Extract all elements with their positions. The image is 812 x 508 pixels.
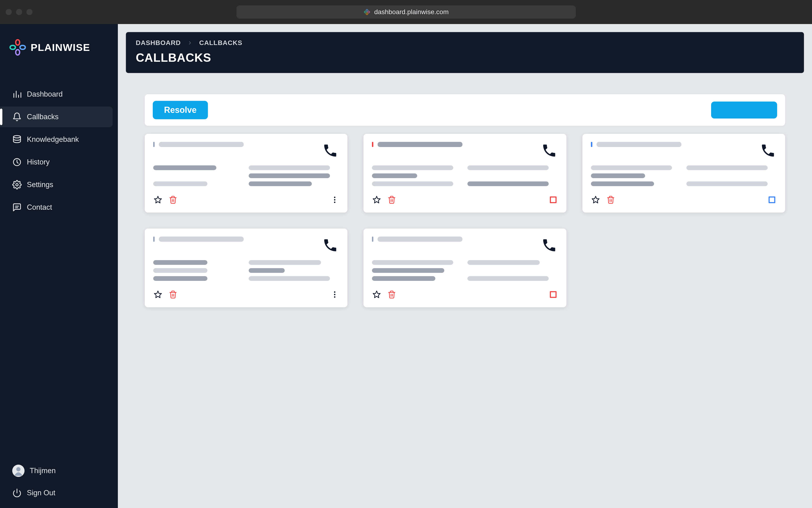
more-icon[interactable] [330, 196, 339, 204]
brand-mark-icon [9, 39, 26, 56]
sidebar: PLAINWISE Dashboard Callbacks Knowledgeb… [0, 24, 118, 508]
sidebar-item-label: Knowledgebank [27, 135, 79, 144]
sidebar-item-knowledgebank[interactable]: Knowledgebank [0, 129, 113, 150]
phone-icon [322, 142, 339, 159]
trash-icon[interactable] [606, 195, 615, 205]
select-box-icon[interactable] [549, 195, 558, 205]
phone-icon [540, 237, 558, 254]
close-dot[interactable] [6, 9, 12, 15]
star-icon[interactable] [372, 195, 381, 205]
star-icon[interactable] [153, 290, 163, 299]
card-accent [153, 237, 155, 242]
callback-card[interactable] [363, 134, 566, 213]
star-icon[interactable] [153, 195, 163, 205]
card-body-skeleton [372, 165, 558, 186]
zoom-dot[interactable] [27, 9, 33, 15]
phone-icon [759, 142, 777, 159]
chart-bar-icon [12, 89, 22, 99]
svg-rect-18 [551, 292, 556, 297]
svg-point-14 [334, 292, 335, 293]
sidebar-item-settings[interactable]: Settings [0, 174, 113, 195]
trash-icon[interactable] [168, 195, 178, 205]
star-icon[interactable] [591, 195, 600, 205]
callback-card[interactable] [145, 228, 348, 307]
page-header: DASHBOARD CALLBACKS CALLBACKS [126, 32, 804, 73]
main-content: DASHBOARD CALLBACKS CALLBACKS Resolve [118, 24, 812, 508]
svg-point-6 [334, 197, 335, 198]
more-icon[interactable] [330, 290, 339, 299]
phone-icon [322, 237, 339, 254]
callback-card[interactable] [145, 134, 348, 213]
svg-marker-11 [592, 196, 599, 203]
phone-icon [540, 142, 558, 159]
svg-marker-13 [154, 291, 161, 298]
avatar [12, 465, 25, 477]
gear-icon [12, 180, 22, 189]
card-accent [372, 237, 373, 242]
card-body-skeleton [153, 165, 339, 186]
sidebar-user[interactable]: Thijmen [0, 459, 118, 482]
card-title-skeleton [159, 237, 244, 242]
svg-marker-9 [373, 196, 380, 203]
page-title: CALLBACKS [136, 51, 794, 65]
browser-chrome: dashboard.plainwise.com [0, 0, 812, 24]
sidebar-item-label: Dashboard [27, 90, 63, 98]
user-name: Thijmen [30, 467, 56, 475]
select-box-icon[interactable] [767, 195, 777, 205]
sidebar-item-dashboard[interactable]: Dashboard [0, 84, 113, 104]
svg-point-8 [334, 202, 335, 203]
address-bar[interactable]: dashboard.plainwise.com [236, 5, 576, 18]
sidebar-nav: Dashboard Callbacks Knowledgebank Histor… [0, 65, 118, 218]
power-icon [12, 488, 22, 498]
brand: PLAINWISE [0, 24, 118, 65]
card-body-skeleton [372, 260, 558, 281]
card-title-skeleton [597, 142, 681, 147]
svg-point-2 [16, 183, 18, 186]
toolbar: Resolve [145, 94, 785, 126]
signout-label: Sign Out [27, 489, 55, 497]
chevron-right-icon [188, 40, 193, 45]
breadcrumb-item[interactable]: CALLBACKS [199, 39, 242, 47]
resolve-button[interactable]: Resolve [153, 101, 208, 119]
database-icon [12, 135, 22, 144]
svg-marker-17 [373, 291, 380, 298]
sidebar-item-history[interactable]: History [0, 152, 113, 172]
sidebar-item-callbacks[interactable]: Callbacks [0, 107, 113, 127]
sidebar-signout[interactable]: Sign Out [0, 482, 118, 503]
minimize-dot[interactable] [16, 9, 22, 15]
sidebar-item-label: History [27, 158, 49, 166]
chat-icon [12, 203, 22, 212]
callback-card[interactable] [363, 228, 566, 307]
sidebar-item-contact[interactable]: Contact [0, 197, 113, 218]
trash-icon[interactable] [168, 290, 178, 299]
svg-marker-5 [154, 196, 161, 203]
sidebar-footer: Thijmen Sign Out [0, 459, 118, 508]
cards-grid [145, 134, 785, 307]
clock-icon [12, 157, 22, 167]
sidebar-item-label: Contact [27, 203, 52, 212]
trash-icon[interactable] [387, 290, 397, 299]
card-accent [591, 142, 592, 147]
sidebar-item-label: Callbacks [27, 113, 58, 121]
svg-point-7 [334, 199, 335, 201]
star-icon[interactable] [372, 290, 381, 299]
svg-point-16 [334, 296, 335, 298]
card-body-skeleton [153, 260, 339, 281]
address-bar-text: dashboard.plainwise.com [374, 8, 449, 16]
svg-rect-12 [769, 197, 775, 203]
callback-card[interactable] [582, 134, 785, 213]
svg-rect-10 [551, 197, 556, 203]
card-accent [372, 142, 373, 147]
bell-icon [12, 112, 22, 122]
trash-icon[interactable] [387, 195, 397, 205]
card-title-skeleton [377, 237, 462, 242]
card-title-skeleton [377, 142, 462, 147]
brand-text: PLAINWISE [31, 42, 90, 53]
select-box-icon[interactable] [549, 290, 558, 299]
toolbar-action-placeholder[interactable] [711, 101, 777, 119]
svg-point-15 [334, 294, 335, 295]
card-accent [153, 142, 155, 147]
breadcrumb-item[interactable]: DASHBOARD [136, 39, 181, 47]
card-title-skeleton [159, 142, 244, 147]
window-controls [6, 9, 33, 15]
